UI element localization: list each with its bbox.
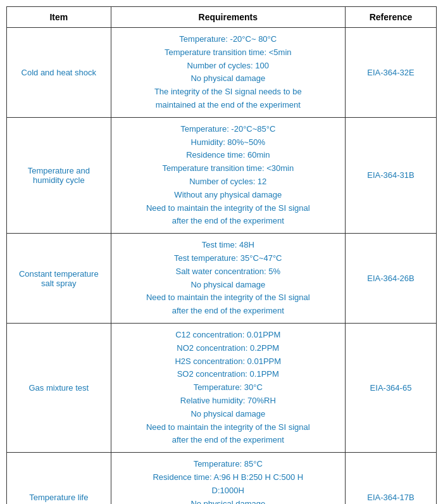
requirements-cell-4: Temperature: 85°CResidence time: A:96 H … xyxy=(111,453,345,504)
item-cell-2: Constant temperaturesalt spray xyxy=(7,234,111,324)
table-row: Constant temperaturesalt sprayTest time:… xyxy=(7,234,437,324)
header-reference: Reference xyxy=(345,7,436,28)
requirements-cell-3: C12 concentration: 0.01PPMNO2 concentrat… xyxy=(111,323,345,452)
table-row: Gas mixture testC12 concentration: 0.01P… xyxy=(7,323,437,452)
requirements-cell-1: Temperature: -20°C~85°CHumidity: 80%~50%… xyxy=(111,117,345,233)
item-cell-4: Temperature life xyxy=(7,453,111,504)
item-cell-0: Cold and heat shock xyxy=(7,28,111,118)
table-row: Temperature lifeTemperature: 85°CResiden… xyxy=(7,453,437,504)
reference-cell-0: EIA-364-32E xyxy=(345,28,436,118)
requirements-cell-0: Temperature: -20°C~ 80°CTemperature tran… xyxy=(111,28,345,118)
table-row: Cold and heat shockTemperature: -20°C~ 8… xyxy=(7,28,437,118)
item-cell-1: Temperature andhumidity cycle xyxy=(7,117,111,233)
header-requirements: Requirements xyxy=(111,7,345,28)
header-item: Item xyxy=(7,7,111,28)
requirements-table: Item Requirements Reference Cold and hea… xyxy=(6,6,437,504)
table-row: Temperature andhumidity cycleTemperature… xyxy=(7,117,437,233)
reference-cell-3: EIA-364-65 xyxy=(345,323,436,452)
reference-cell-1: EIA-364-31B xyxy=(345,117,436,233)
requirements-cell-2: Test time: 48HTest temperature: 35°C~47°… xyxy=(111,234,345,324)
reference-cell-4: EIA-364-17B xyxy=(345,453,436,504)
reference-cell-2: EIA-364-26B xyxy=(345,234,436,324)
item-cell-3: Gas mixture test xyxy=(7,323,111,452)
